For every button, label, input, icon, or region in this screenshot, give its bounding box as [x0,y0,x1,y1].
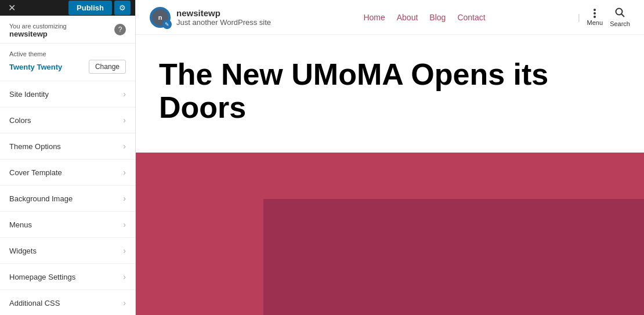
publish-button[interactable]: Publish [68,1,112,15]
menu-icon-label: Menu [587,19,603,26]
edit-pencil-icon: ✎ [162,20,172,29]
theme-name: Twenty Twenty [9,63,62,71]
chevron-icon: › [123,220,126,229]
menu-item-cover-template[interactable]: Cover Template › [0,160,135,186]
help-button[interactable]: ? [114,24,126,35]
active-theme-section: Active theme Twenty Twenty Change [0,44,135,81]
hero-title: The New UMoMA Opens its Doors [136,35,644,136]
menu-item-widgets[interactable]: Widgets › [0,238,135,264]
nav-right: | Menu Search [578,8,630,27]
preview-content: The New UMoMA Opens its Doors [136,35,644,315]
menu-dots-icon [594,9,596,18]
nav-blog[interactable]: Blog [429,13,446,22]
settings-button[interactable]: ⚙ [114,1,131,15]
svg-line-1 [621,14,624,17]
search-icon [615,8,625,18]
site-header: n ✎ newsitewp Just another WordPress sit… [136,0,644,35]
menu-item-theme-options[interactable]: Theme Options › [0,133,135,160]
chevron-icon: › [123,89,126,99]
customizing-info: You are customizing newsitewp ? [0,16,135,44]
top-bar: ✕ Publish ⚙ [0,0,135,16]
chevron-icon: › [123,115,126,125]
site-logo: n ✎ [150,7,171,28]
menu-item-site-identity[interactable]: Site Identity › [0,81,135,107]
preview-area: n ✎ newsitewp Just another WordPress sit… [136,0,644,315]
customizing-label: You are customizing [9,23,67,30]
nav-contact[interactable]: Contact [457,13,485,22]
customizer-menu: Site Identity › Colors › Theme Options ›… [0,81,135,315]
nav-about[interactable]: About [397,13,418,22]
chevron-icon: › [123,272,126,281]
active-theme-label: Active theme [9,50,126,57]
primary-nav: Home About Blog Contact [363,13,485,22]
hero-cover-inner [263,199,644,315]
customizer-sidebar: ✕ Publish ⚙ You are customizing newsitew… [0,0,136,315]
menu-item-background-image[interactable]: Background Image › [0,186,135,212]
chevron-icon: › [123,246,126,255]
site-title: newsitewp [176,8,271,18]
change-theme-button[interactable]: Change [89,60,126,74]
menu-item-additional-css[interactable]: Additional CSS › [0,290,135,315]
menu-item-menus[interactable]: Menus › [0,212,135,238]
chevron-icon: › [123,298,126,307]
chevron-icon: › [123,142,126,151]
nav-home[interactable]: Home [363,13,385,22]
close-button[interactable]: ✕ [5,0,19,16]
hero-cover-section [136,153,644,315]
chevron-icon: › [123,168,126,177]
site-tagline: Just another WordPress site [176,18,271,27]
menu-icon-button[interactable]: Menu [587,9,603,26]
menu-item-colors[interactable]: Colors › [0,107,135,133]
search-label: Search [610,20,630,27]
svg-point-0 [616,8,622,15]
customizing-site: newsitewp [9,30,67,38]
search-icon-button[interactable]: Search [610,8,630,27]
menu-item-homepage-settings[interactable]: Homepage Settings › [0,264,135,290]
chevron-icon: › [123,194,126,203]
